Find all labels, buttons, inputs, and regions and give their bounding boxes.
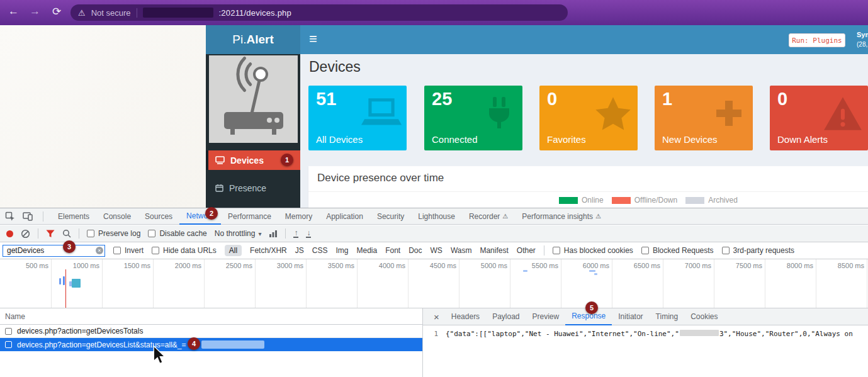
tab-console[interactable]: Console [96,208,138,225]
search-icon[interactable] [62,229,71,238]
legend-swatch-online [559,197,578,204]
run-plugins-button[interactable]: Run: Plugins [789,33,845,47]
hide-data-urls-checkbox[interactable]: Hide data URLs [152,246,217,255]
experiment-warning-icon: ⚠ [595,213,601,220]
checkbox[interactable] [113,247,121,254]
requests-table-header[interactable]: Name [0,308,422,325]
redacted-area [201,340,264,349]
stat-value: 51 [316,89,336,110]
checkbox[interactable] [553,247,560,254]
brand-suffix: Alert [246,33,273,47]
back-icon[interactable]: ← [8,5,19,18]
name-column-header[interactable]: Name [5,312,25,321]
filter-chip-all[interactable]: All [225,245,242,256]
stat-card-all-devices[interactable]: 51 All Devices [308,86,407,150]
annotation-step-3: 3 [63,240,76,253]
detail-tab-preview[interactable]: Preview [526,308,566,325]
stat-label: All Devices [316,134,363,145]
timeline-gridline [867,259,867,308]
detail-tab-timing[interactable]: Timing [650,308,685,325]
detail-tab-payload[interactable]: Payload [486,308,526,325]
tab-sources[interactable]: Sources [138,208,179,225]
filter-chip-other[interactable]: Other [517,246,536,255]
row-checkbox[interactable] [5,328,12,335]
filter-chip-ws[interactable]: WS [431,246,442,255]
third-party-requests-checkbox[interactable]: 3rd-party requests [722,246,794,255]
legend-item-online: Online [559,196,604,205]
panel-title: Device presence over time [317,172,444,184]
page-title: Devices [309,59,361,76]
has-blocked-cookies-checkbox[interactable]: Has blocked cookies [553,246,633,255]
timeline-tick-label: 1000 ms [52,262,99,269]
forward-icon[interactable]: → [30,5,40,18]
checkbox[interactable] [152,247,159,254]
address-bar[interactable]: ⚠ Not secure :20211/devices.php [70,4,568,21]
stat-card-favorites[interactable]: 0 Favorites [539,86,638,150]
not-secure-warning-icon[interactable]: ⚠ [78,8,86,18]
record-button[interactable] [6,230,13,237]
disable-cache-checkbox[interactable]: Disable cache [148,229,206,238]
tab-memory[interactable]: Memory [278,208,319,225]
request-row[interactable]: devices.php?action=getDevicesTotals [0,325,422,338]
preserve-log-checkbox[interactable]: Preserve log [87,229,140,238]
filter-funnel-icon[interactable] [46,230,55,238]
tab-performance-insights[interactable]: Performance insights⚠ [515,208,608,225]
stat-value: 0 [547,89,557,110]
refresh-icon[interactable]: ⟳ [52,5,61,18]
pialert-logo[interactable]: Pi.Alert [206,25,300,54]
row-checkbox[interactable] [5,341,12,348]
network-filter-input[interactable] [3,245,105,257]
filter-chip-manifest[interactable]: Manifest [480,246,508,255]
stat-card-new-devices[interactable]: 1 New Devices [655,86,753,150]
tab-label: Recorder [469,212,500,221]
checkbox-label: Disable cache [159,229,206,238]
request-row-selected[interactable]: devices.php?action=getDevicesList&status… [0,338,422,351]
filter-chip-css[interactable]: CSS [312,246,328,255]
devtools-left-icons [0,211,51,222]
inspect-element-icon[interactable] [5,211,15,222]
filter-chip-media[interactable]: Media [356,246,377,255]
presence-panel: Device presence over time Online Offline… [308,166,868,210]
clear-filter-icon[interactable]: × [96,247,103,254]
response-content[interactable]: 1 {"data":[["laptop","Net - Huawei","Int… [423,325,868,377]
throttling-dropdown[interactable]: No throttling ▾ [215,229,262,238]
device-toolbar-icon[interactable] [23,212,33,221]
filter-chip-js[interactable]: JS [295,246,304,255]
tab-security[interactable]: Security [370,208,411,225]
filter-chip-wasm[interactable]: Wasm [451,246,472,255]
detail-tab-headers[interactable]: Headers [445,308,486,325]
filter-chip-doc[interactable]: Doc [409,246,422,255]
checkbox[interactable] [722,247,730,254]
hamburger-menu-icon[interactable]: ≡ [309,31,317,47]
filter-chip-img[interactable]: Img [335,246,348,255]
tab-application[interactable]: Application [319,208,370,225]
filter-chip-font[interactable]: Font [385,246,400,255]
checkbox[interactable] [641,247,649,254]
timeline-tick-label: 3500 ms [307,262,354,269]
detail-tab-cookies[interactable]: Cookies [684,308,724,325]
blocked-requests-checkbox[interactable]: Blocked Requests [641,246,714,255]
annotation-step-5: 5 [585,301,598,314]
tab-recorder[interactable]: Recorder⚠ [462,208,515,225]
checkbox-label: 3rd-party requests [733,246,794,255]
topnav-right-label[interactable]: Sym (28, [857,31,868,48]
invert-checkbox[interactable]: Invert [113,246,144,255]
detail-tab-initiator[interactable]: Initiator [612,308,649,325]
import-har-icon[interactable]: ↓ [306,230,311,238]
tab-performance[interactable]: Performance [221,208,278,225]
sidebar-item-presence[interactable]: Presence [206,178,300,198]
timeline-activity-mark [72,279,81,288]
checkbox[interactable] [87,230,94,237]
clear-requests-icon[interactable] [21,229,30,239]
tab-lighthouse[interactable]: Lighthouse [411,208,462,225]
stat-card-connected[interactable]: 25 Connected [424,86,522,150]
tab-elements[interactable]: Elements [51,208,96,225]
network-timeline[interactable]: 500 ms 1000 ms 1500 ms 2000 ms 2500 ms 3… [0,259,868,308]
toolbar-divider [43,211,43,222]
checkbox[interactable] [148,230,155,237]
filter-chip-fetch-xhr[interactable]: Fetch/XHR [250,246,287,255]
export-har-icon[interactable]: ↑ [293,230,298,238]
close-icon[interactable]: × [428,312,445,322]
network-conditions-icon[interactable] [269,230,278,237]
stat-card-down-alerts[interactable]: 0 Down Alerts [770,86,868,150]
